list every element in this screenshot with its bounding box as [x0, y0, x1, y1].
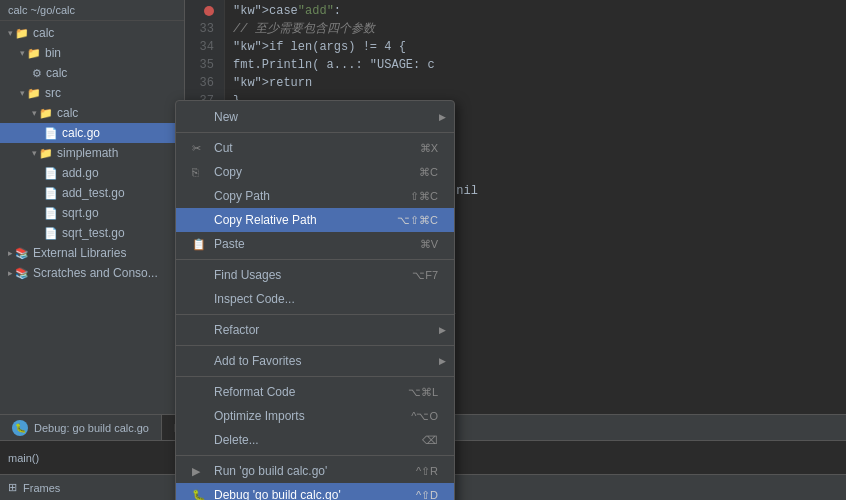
code-line: "kw">case "add":: [233, 2, 838, 20]
menu-item-icon: ⎘: [192, 166, 208, 178]
code-line: fmt.Println( a...: "USAGE: c: [233, 56, 838, 74]
file-tree: ▾📁calc▾📁bin⚙calc▾📁src▾📁calc📄calc.go▾📁sim…: [0, 21, 184, 414]
folder-icon: 📁: [39, 107, 53, 120]
menu-item-shortcut: ⌥F7: [412, 269, 438, 282]
menu-item-copy[interactable]: ⎘Copy⌘C: [176, 160, 454, 184]
tree-item-label: Scratches and Conso...: [33, 266, 158, 280]
folder-icon: 📁: [27, 47, 41, 60]
tree-item-external-libs[interactable]: ▸📚External Libraries: [0, 243, 184, 263]
tree-item-add-test-go[interactable]: 📄add_test.go: [0, 183, 184, 203]
context-menu: New✂Cut⌘X⎘Copy⌘CCopy Path⇧⌘CCopy Relativ…: [175, 100, 455, 414]
menu-item-label: Reformat Code: [214, 385, 392, 399]
menu-item-shortcut: ⌘C: [419, 166, 438, 179]
menu-item-paste[interactable]: 📋Paste⌘V: [176, 232, 454, 256]
menu-item-shortcut: ⌥⌘L: [408, 386, 438, 399]
bottom-code: main(): [8, 452, 39, 464]
debug-tab[interactable]: 🐛 Debug: go build calc.go: [0, 415, 162, 440]
menu-item-label: Copy: [214, 165, 403, 179]
tree-item-label: calc: [46, 66, 67, 80]
menu-item-inspect-code[interactable]: Inspect Code...: [176, 287, 454, 311]
line-number: 36: [189, 74, 220, 92]
tree-item-label: calc.go: [62, 126, 100, 140]
menu-item-shortcut: ⌘V: [420, 238, 438, 251]
menu-item-icon: ✂: [192, 142, 208, 155]
menu-separator: [176, 132, 454, 133]
menu-item-icon: 📋: [192, 238, 208, 251]
special-icon: 📚: [15, 247, 29, 260]
main-layout: calc ~/go/calc ▾📁calc▾📁bin⚙calc▾📁src▾📁ca…: [0, 0, 846, 414]
menu-item-add-to-favorites[interactable]: Add to Favorites: [176, 349, 454, 373]
menu-item-copy-relative-path[interactable]: Copy Relative Path⌥⇧⌘C: [176, 208, 454, 232]
tree-item-simplemath[interactable]: ▾📁simplemath: [0, 143, 184, 163]
code-line: // 至少需要包含四个参数: [233, 20, 838, 38]
folder-arrow: ▾: [32, 108, 37, 118]
menu-item-copy-path[interactable]: Copy Path⇧⌘C: [176, 184, 454, 208]
tree-item-label: bin: [45, 46, 61, 60]
folder-arrow: ▾: [32, 148, 37, 158]
menu-item-label: Add to Favorites: [214, 354, 438, 368]
tree-item-label: calc: [33, 26, 54, 40]
tree-item-label: External Libraries: [33, 246, 126, 260]
sidebar: calc ~/go/calc ▾📁calc▾📁bin⚙calc▾📁src▾📁ca…: [0, 0, 185, 414]
menu-item-find-usages[interactable]: Find Usages⌥F7: [176, 263, 454, 287]
menu-item-label: Copy Relative Path: [214, 213, 381, 227]
menu-item-shortcut: ⇧⌘C: [410, 190, 438, 203]
debug-build-label: go build calc.go: [73, 422, 149, 434]
menu-separator: [176, 259, 454, 260]
tree-item-label: add.go: [62, 166, 99, 180]
folder-icon: 📁: [39, 147, 53, 160]
menu-item-label: Inspect Code...: [214, 292, 438, 306]
menu-item-refactor[interactable]: Refactor: [176, 318, 454, 342]
tree-item-bin[interactable]: ▾📁bin: [0, 43, 184, 63]
folder-arrow: ▾: [20, 88, 25, 98]
tree-item-label: sqrt_test.go: [62, 226, 125, 240]
tree-item-calc-root[interactable]: ▾📁calc: [0, 23, 184, 43]
menu-separator: [176, 376, 454, 377]
menu-item-new[interactable]: New: [176, 105, 454, 129]
menu-item-shortcut: ⌥⇧⌘C: [397, 214, 438, 227]
menu-item-reformat-code[interactable]: Reformat Code⌥⌘L: [176, 380, 454, 404]
debug-icon: 🐛: [12, 420, 28, 436]
tree-item-label: simplemath: [57, 146, 118, 160]
menu-separator: [176, 314, 454, 315]
menu-item-label: Copy Path: [214, 189, 394, 203]
go-file-icon: 📄: [44, 227, 58, 240]
special-arrow: ▸: [8, 248, 13, 258]
go-file-icon: 📄: [44, 207, 58, 220]
special-icon: 📚: [15, 267, 29, 280]
tree-item-label: add_test.go: [62, 186, 125, 200]
menu-separator: [176, 345, 454, 346]
tree-item-scratches[interactable]: ▸📚Scratches and Conso...: [0, 263, 184, 283]
tree-item-sqrt-go[interactable]: 📄sqrt.go: [0, 203, 184, 223]
menu-item-cut[interactable]: ✂Cut⌘X: [176, 136, 454, 160]
sidebar-header: calc ~/go/calc: [0, 0, 184, 21]
go-file-icon: 📄: [44, 127, 58, 140]
menu-item-label: Cut: [214, 141, 404, 155]
menu-item-label: Paste: [214, 237, 404, 251]
project-title: calc ~/go/calc: [8, 4, 75, 16]
folder-arrow: ▾: [8, 28, 13, 38]
code-line: "kw">return: [233, 74, 838, 92]
menu-item-shortcut: ^⌥O: [411, 410, 438, 415]
menu-item-optimize-imports[interactable]: Optimize Imports^⌥O: [176, 404, 454, 414]
folder-icon: 📁: [15, 27, 29, 40]
go-file-icon: 📄: [44, 167, 58, 180]
tree-item-calc-go[interactable]: 📄calc.go: [0, 123, 184, 143]
tree-item-src[interactable]: ▾📁src: [0, 83, 184, 103]
frames-icon: ⊞: [8, 481, 17, 494]
folder-arrow: ▾: [20, 48, 25, 58]
tree-item-src-calc[interactable]: ▾📁calc: [0, 103, 184, 123]
bin-file-icon: ⚙: [32, 67, 42, 80]
menu-item-label: New: [214, 110, 438, 124]
tree-item-bin-calc[interactable]: ⚙calc: [0, 63, 184, 83]
breakpoint-dot: [204, 6, 214, 16]
go-file-icon: 📄: [44, 187, 58, 200]
folder-icon: 📁: [27, 87, 41, 100]
line-number: 35: [189, 56, 220, 74]
tree-item-label: src: [45, 86, 61, 100]
tree-item-sqrt-test-go[interactable]: 📄sqrt_test.go: [0, 223, 184, 243]
code-line: "kw">if len(args) != 4 {: [233, 38, 838, 56]
menu-item-shortcut: ⌘X: [420, 142, 438, 155]
tree-item-add-go[interactable]: 📄add.go: [0, 163, 184, 183]
menu-item-label: Find Usages: [214, 268, 396, 282]
